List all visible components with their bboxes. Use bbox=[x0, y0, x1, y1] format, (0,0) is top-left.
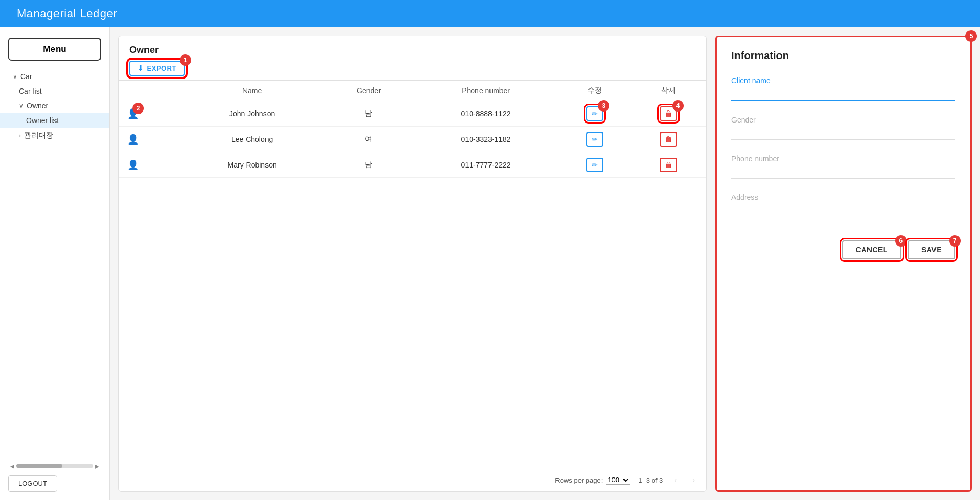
scroll-left-icon[interactable]: ◂ bbox=[8, 462, 16, 470]
rows-per-page: Rows per page: 100 25 50 bbox=[555, 475, 630, 485]
info-panel-badge: 5 bbox=[965, 30, 977, 42]
row2-phone: 010-3323-1182 bbox=[414, 127, 558, 152]
sidebar-item-owner-label: Owner bbox=[27, 102, 48, 110]
edit-button-3[interactable]: ✏ bbox=[586, 158, 603, 172]
edit-wrap-1: ✏ 3 bbox=[586, 106, 603, 121]
col-phone: Phone number bbox=[414, 81, 558, 101]
sidebar-item-owner-list[interactable]: Owner list bbox=[0, 113, 109, 128]
col-icon bbox=[119, 81, 180, 101]
client-name-label: Client name bbox=[731, 76, 955, 85]
edit-badge-1: 3 bbox=[598, 100, 609, 112]
cancel-badge: 6 bbox=[895, 235, 907, 247]
sidebar-item-owner[interactable]: ∨ Owner bbox=[0, 98, 109, 113]
sidebar-item-owner-list-label: Owner list bbox=[26, 116, 59, 125]
row3-icon-cell: 👤 bbox=[119, 152, 180, 178]
rows-per-page-label: Rows per page: bbox=[555, 476, 603, 484]
row1-phone: 010-8888-1122 bbox=[414, 101, 558, 127]
chevron-right-icon-ledger: › bbox=[19, 132, 21, 139]
save-wrap: SAVE 7 bbox=[908, 240, 955, 259]
sidebar-item-car-label: Car bbox=[20, 72, 32, 81]
table-row: 👤 2 John Johnson 남 010-8888-1122 ✏ 3 bbox=[119, 101, 706, 127]
row1-edit-cell: ✏ 3 bbox=[558, 101, 631, 127]
row3-delete-cell: 🗑 bbox=[631, 152, 706, 178]
export-label: EXPORT bbox=[147, 64, 176, 72]
table-container: Name Gender Phone number 수정 삭제 👤 bbox=[119, 81, 706, 469]
table-header-row: Name Gender Phone number 수정 삭제 bbox=[119, 81, 706, 101]
sidebar: Menu ∨ Car Car list ∨ Owner Owner list ›… bbox=[0, 27, 110, 500]
row3-gender: 남 bbox=[324, 152, 414, 178]
table-footer: Rows per page: 100 25 50 1–3 of 3 ‹ › bbox=[119, 469, 706, 491]
row3-phone: 011-7777-2222 bbox=[414, 152, 558, 178]
main-layout: Menu ∨ Car Car list ∨ Owner Owner list ›… bbox=[0, 27, 980, 500]
scrollbar-track bbox=[16, 464, 93, 468]
owner-panel-header: Owner ⬇ EXPORT 1 bbox=[119, 36, 706, 81]
col-name: Name bbox=[180, 81, 324, 101]
edit-button-2[interactable]: ✏ bbox=[586, 132, 603, 147]
row1-gender: 남 bbox=[324, 101, 414, 127]
owner-panel: Owner ⬇ EXPORT 1 Name Gender bbox=[118, 36, 707, 492]
chevron-down-icon-owner: ∨ bbox=[19, 102, 24, 109]
table-row: 👤 Lee Cholong 여 010-3323-1182 ✏ 🗑 bbox=[119, 127, 706, 152]
pagination-info: 1–3 of 3 bbox=[638, 476, 663, 484]
col-edit: 수정 bbox=[558, 81, 631, 101]
save-badge: 7 bbox=[949, 235, 961, 247]
form-actions: CANCEL 6 SAVE 7 bbox=[731, 240, 955, 259]
sidebar-item-car-list[interactable]: Car list bbox=[0, 84, 109, 98]
save-button[interactable]: SAVE bbox=[908, 240, 955, 259]
menu-title: Menu bbox=[8, 38, 101, 61]
delete-button-3[interactable]: 🗑 bbox=[660, 158, 677, 172]
scroll-right-icon[interactable]: ▸ bbox=[93, 462, 101, 470]
logout-button[interactable]: LOGOUT bbox=[8, 475, 57, 492]
person-badge: 2 bbox=[132, 103, 144, 114]
app-header: Managerial Ledger bbox=[0, 0, 980, 27]
sidebar-item-car[interactable]: ∨ Car bbox=[0, 69, 109, 84]
export-badge: 1 bbox=[180, 54, 191, 66]
person-icon-2: 👤 bbox=[127, 134, 139, 145]
row3-name: Mary Robinson bbox=[180, 152, 324, 178]
row1-name: John Johnson bbox=[180, 101, 324, 127]
prev-page-button[interactable]: ‹ bbox=[671, 474, 680, 486]
phone-label: Phone number bbox=[731, 154, 955, 163]
cancel-button[interactable]: CANCEL bbox=[842, 240, 901, 259]
content-area: Owner ⬇ EXPORT 1 Name Gender bbox=[110, 27, 980, 500]
phone-input[interactable] bbox=[731, 165, 955, 179]
row2-name: Lee Cholong bbox=[180, 127, 324, 152]
app-title: Managerial Ledger bbox=[17, 7, 117, 20]
phone-group: Phone number bbox=[731, 154, 955, 179]
sidebar-item-ledger[interactable]: › 관리대장 bbox=[0, 128, 109, 143]
info-panel: 5 Information Client name Gender Phone n… bbox=[715, 36, 972, 492]
address-label: Address bbox=[731, 193, 955, 202]
gender-group: Gender bbox=[731, 116, 955, 140]
row1-delete-cell: 🗑 4 bbox=[631, 101, 706, 127]
col-delete: 삭제 bbox=[631, 81, 706, 101]
cancel-wrap: CANCEL 6 bbox=[842, 240, 901, 259]
address-input[interactable] bbox=[731, 204, 955, 217]
row2-gender: 여 bbox=[324, 127, 414, 152]
chevron-down-icon: ∨ bbox=[13, 73, 17, 80]
row2-edit-cell: ✏ bbox=[558, 127, 631, 152]
table-row: 👤 Mary Robinson 남 011-7777-2222 ✏ 🗑 bbox=[119, 152, 706, 178]
client-name-input[interactable] bbox=[731, 87, 955, 101]
sidebar-item-car-list-label: Car list bbox=[19, 87, 42, 95]
delete-badge-1: 4 bbox=[672, 100, 684, 112]
scrollbar-thumb bbox=[16, 464, 62, 468]
address-group: Address bbox=[731, 193, 955, 217]
row1-icon-cell: 👤 2 bbox=[119, 101, 180, 127]
delete-wrap-1: 🗑 4 bbox=[660, 106, 677, 121]
row3-edit-cell: ✏ bbox=[558, 152, 631, 178]
person-icon-3: 👤 bbox=[127, 160, 139, 170]
owner-table: Name Gender Phone number 수정 삭제 👤 bbox=[119, 81, 706, 178]
next-page-button[interactable]: › bbox=[689, 474, 698, 486]
export-button[interactable]: ⬇ EXPORT bbox=[129, 61, 185, 76]
owner-panel-title: Owner bbox=[129, 45, 696, 55]
row2-icon-cell: 👤 bbox=[119, 127, 180, 152]
gender-input[interactable] bbox=[731, 126, 955, 140]
delete-button-2[interactable]: 🗑 bbox=[660, 132, 677, 147]
col-gender: Gender bbox=[324, 81, 414, 101]
info-panel-title: Information bbox=[731, 50, 955, 62]
export-icon: ⬇ bbox=[138, 64, 144, 72]
client-name-group: Client name bbox=[731, 76, 955, 101]
scrollbar-area: ◂ ▸ bbox=[8, 462, 101, 470]
rows-per-page-select[interactable]: 100 25 50 bbox=[606, 475, 630, 485]
sidebar-bottom: ◂ ▸ LOGOUT bbox=[0, 455, 109, 500]
